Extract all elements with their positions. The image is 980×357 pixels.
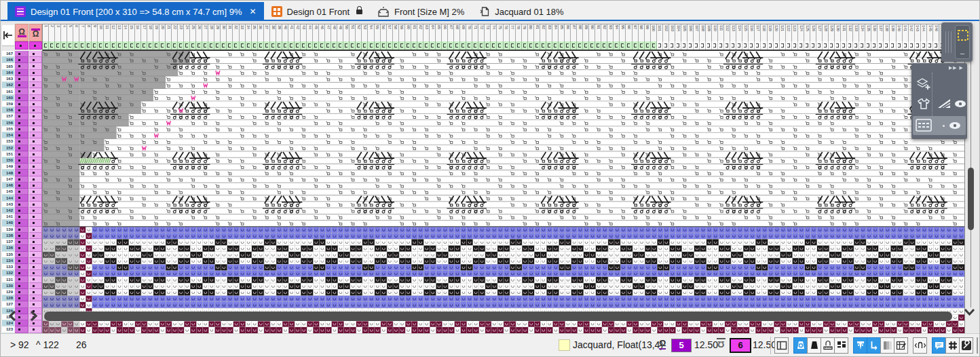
column-number[interactable]: 27 <box>202 24 208 42</box>
row-number[interactable]: 154 <box>2 132 14 138</box>
shade-view-button[interactable] <box>880 337 894 354</box>
needle-cell[interactable] <box>909 41 915 50</box>
needle-cell[interactable] <box>504 41 510 50</box>
row-symbol-a[interactable] <box>15 326 29 333</box>
row-number[interactable]: 152 <box>2 145 14 151</box>
column-number[interactable]: 22 <box>172 24 178 42</box>
needle-cell[interactable] <box>780 41 786 50</box>
row-symbol-a[interactable] <box>15 107 29 113</box>
column-number[interactable]: 139 <box>890 24 896 42</box>
needle-cell[interactable] <box>933 41 939 50</box>
column-number[interactable]: 65 <box>436 24 442 42</box>
row-number[interactable]: 150 <box>2 157 14 164</box>
needle-cell[interactable] <box>903 41 909 50</box>
column-number[interactable]: 51 <box>350 24 356 42</box>
row-symbol-b[interactable] <box>29 220 42 226</box>
row-symbol-b[interactable] <box>29 183 42 189</box>
row-symbol-b[interactable] <box>29 82 42 88</box>
needle-cell[interactable] <box>270 41 276 50</box>
column-number[interactable]: 102 <box>663 24 669 42</box>
needle-cell[interactable] <box>252 41 258 50</box>
column-number[interactable]: 120 <box>774 24 780 42</box>
row-symbol-b[interactable] <box>29 276 42 282</box>
row-symbol-a[interactable] <box>15 113 29 119</box>
row-number[interactable]: 143 <box>2 202 14 208</box>
row-number[interactable]: 146 <box>2 183 14 189</box>
needle-cell[interactable] <box>258 41 264 50</box>
column-number[interactable]: 56 <box>381 24 387 42</box>
needle-cell[interactable] <box>742 41 749 50</box>
row-symbol-a[interactable] <box>15 88 29 94</box>
column-number[interactable]: 82 <box>540 24 546 42</box>
row-number[interactable]: 167 <box>2 51 14 57</box>
column-number[interactable]: 25 <box>190 24 196 42</box>
column-number[interactable]: 84 <box>552 24 559 42</box>
column-number[interactable]: 78 <box>516 24 522 42</box>
row-symbol-a[interactable] <box>15 57 29 63</box>
row-number[interactable]: 163 <box>2 76 14 82</box>
row-symbol-b[interactable] <box>29 107 42 113</box>
needle-cell[interactable] <box>117 41 123 50</box>
needle-cell[interactable] <box>651 41 657 50</box>
row-symbol-a[interactable] <box>15 170 29 176</box>
row-symbol-b[interactable] <box>29 132 42 138</box>
selection-rect-icon[interactable] <box>957 29 969 41</box>
needle-cell[interactable] <box>301 41 307 50</box>
needle-cell[interactable] <box>49 41 55 50</box>
row-number[interactable]: 166 <box>2 57 14 63</box>
needle-cell[interactable] <box>706 41 712 50</box>
row-symbol-a[interactable] <box>15 183 29 189</box>
column-number[interactable]: 71 <box>472 24 478 42</box>
column-number[interactable]: 140 <box>897 24 903 42</box>
needle-cell[interactable] <box>202 41 208 50</box>
needle-cell[interactable] <box>295 41 301 50</box>
row-number[interactable]: 149 <box>2 164 14 170</box>
column-number[interactable]: 91 <box>595 24 601 42</box>
column-number[interactable]: 70 <box>466 24 472 42</box>
comments-button[interactable] <box>932 337 946 354</box>
column-number[interactable]: 21 <box>166 24 172 42</box>
row-symbol-b[interactable] <box>29 289 42 295</box>
row-symbol-b[interactable] <box>29 252 42 258</box>
needle-cell[interactable] <box>79 41 86 50</box>
column-number[interactable]: 50 <box>343 24 350 42</box>
eye-icon[interactable] <box>949 121 961 130</box>
needle-cell[interactable] <box>890 41 896 50</box>
row-symbol-b[interactable] <box>29 176 42 183</box>
column-number[interactable]: 38 <box>270 24 276 42</box>
row-symbol-a[interactable] <box>15 126 29 132</box>
column-number[interactable]: 100 <box>651 24 657 42</box>
horizontal-scrollbar-thumb[interactable] <box>44 312 952 321</box>
column-number[interactable]: 142 <box>909 24 915 42</box>
needle-cell[interactable] <box>786 41 792 50</box>
row-symbol-b[interactable] <box>29 88 42 94</box>
row-symbol-b[interactable] <box>29 63 42 69</box>
needle-ruler[interactable] <box>43 41 964 51</box>
back-selector-cell[interactable] <box>29 41 42 50</box>
row-symbol-b[interactable] <box>29 164 42 170</box>
row-number[interactable]: 141 <box>2 214 14 220</box>
needle-cell[interactable] <box>897 41 903 50</box>
yarn-field-button[interactable] <box>793 337 808 354</box>
needle-cell[interactable] <box>123 41 129 50</box>
needle-cell[interactable] <box>589 41 595 50</box>
column-number[interactable]: 96 <box>626 24 632 42</box>
column-number[interactable]: 116 <box>749 24 755 42</box>
column-number[interactable]: 93 <box>607 24 614 42</box>
needle-cell[interactable] <box>528 41 534 50</box>
needle-cell[interactable] <box>184 41 190 50</box>
needle-cell[interactable] <box>595 41 601 50</box>
column-number[interactable]: 8 <box>86 24 92 42</box>
column-number[interactable]: 141 <box>903 24 909 42</box>
row-symbol-a[interactable] <box>15 295 29 301</box>
needle-cell[interactable] <box>730 41 736 50</box>
column-number[interactable]: 43 <box>301 24 307 42</box>
needle-cell[interactable] <box>381 41 387 50</box>
row-number[interactable]: 160 <box>2 95 14 101</box>
needle-cell[interactable] <box>135 41 141 50</box>
needle-cell[interactable] <box>240 41 246 50</box>
column-number[interactable]: 114 <box>736 24 742 42</box>
needle-cell[interactable] <box>565 41 571 50</box>
needle-cell[interactable] <box>214 41 221 50</box>
row-symbol-a[interactable] <box>15 283 29 289</box>
